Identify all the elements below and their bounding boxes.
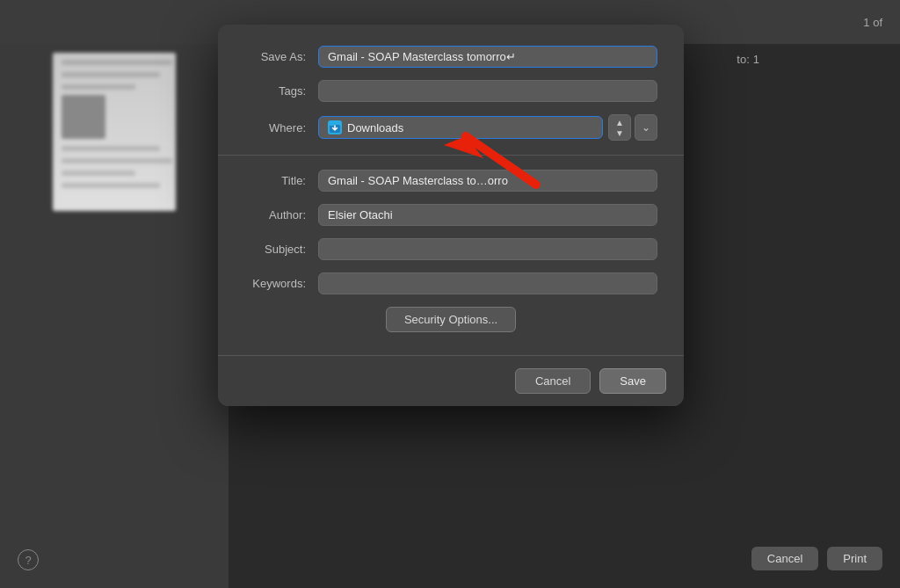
- save-dialog: Save As: Tags: Where: Downloads: [218, 25, 684, 406]
- tags-input[interactable]: [318, 80, 657, 102]
- where-dropdown[interactable]: Downloads: [318, 116, 603, 139]
- title-input[interactable]: [318, 170, 657, 192]
- title-row: Title:: [244, 170, 657, 192]
- author-label: Author:: [244, 208, 306, 221]
- page-count-label: 1 of: [863, 16, 882, 29]
- to-label: to:: [737, 53, 749, 66]
- print-preview-panel: [0, 0, 229, 588]
- save-as-row: Save As:: [244, 46, 657, 68]
- save-as-input[interactable]: [318, 46, 657, 68]
- svg-rect-1: [330, 123, 335, 126]
- chevron-down-icon: ⌄: [642, 121, 650, 134]
- print-button[interactable]: Print: [827, 547, 882, 570]
- page-number-area: to: 1: [737, 53, 759, 66]
- keywords-label: Keywords:: [244, 277, 306, 290]
- save-button[interactable]: Save: [599, 368, 666, 394]
- subject-label: Subject:: [244, 243, 306, 256]
- help-button[interactable]: ?: [18, 549, 39, 570]
- where-label: Where:: [244, 121, 306, 134]
- title-label: Title:: [244, 174, 306, 187]
- downloads-folder-icon: [328, 120, 342, 134]
- document-preview: [53, 53, 176, 211]
- modal-top-section: Save As: Tags: Where: Downloads: [218, 25, 684, 141]
- expand-button[interactable]: ⌄: [635, 114, 657, 141]
- author-input[interactable]: [318, 204, 657, 226]
- cancel-button[interactable]: Cancel: [515, 368, 591, 394]
- page-number-value: 1: [753, 53, 759, 66]
- subject-row: Subject:: [244, 238, 657, 260]
- author-row: Author:: [244, 204, 657, 226]
- save-as-label: Save As:: [244, 50, 306, 63]
- where-row: Where: Downloads ▲ ▼ ⌄: [244, 114, 657, 141]
- subject-input[interactable]: [318, 238, 657, 260]
- divider: [218, 155, 684, 156]
- modal-bottom-section: Title: Author: Subject: Keywords: Securi…: [218, 170, 684, 355]
- where-stepper[interactable]: ▲ ▼: [608, 114, 631, 141]
- keywords-row: Keywords:: [244, 272, 657, 294]
- cancel-print-button[interactable]: Cancel: [751, 547, 818, 570]
- tags-row: Tags:: [244, 80, 657, 102]
- chevron-up-icon: ▲: [615, 118, 624, 127]
- tags-label: Tags:: [244, 84, 306, 98]
- print-dialog-footer-buttons: Cancel Print: [751, 547, 882, 570]
- where-value: Downloads: [347, 121, 403, 134]
- chevron-down-icon: ▼: [615, 128, 624, 138]
- keywords-input[interactable]: [318, 272, 657, 294]
- security-options-button[interactable]: Security Options...: [386, 307, 516, 332]
- modal-footer: Cancel Save: [218, 355, 684, 406]
